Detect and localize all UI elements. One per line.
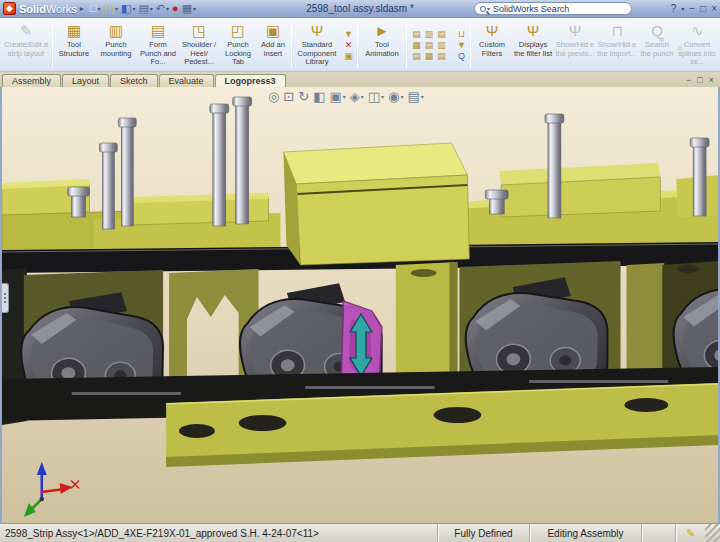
- undo-button[interactable]: ↶▾: [156, 3, 169, 14]
- help-chevron-icon[interactable]: ▾: [681, 5, 684, 12]
- ribbon-button-convert-splines[interactable]: ∿ Convert splines into se...: [676, 19, 718, 71]
- doc-close-button[interactable]: ×: [709, 75, 714, 85]
- solidworks-logo-icon: ◆: [3, 2, 16, 15]
- pilot-punch-icon[interactable]: ▼: [454, 40, 469, 50]
- tab-logopress3[interactable]: Logopress3: [215, 74, 286, 88]
- tab-evaluate[interactable]: Evaluate: [159, 74, 214, 87]
- punch-grid-row[interactable]: ▤▥▤: [408, 29, 454, 39]
- ribbon-button-custom-filters[interactable]: Ψ Custom Filters: [472, 19, 512, 71]
- die-tools-column: ⊔ ▼ Q: [454, 19, 469, 71]
- chevron-down-icon[interactable]: ▾: [166, 5, 169, 12]
- chevron-down-icon[interactable]: ▾: [400, 93, 403, 100]
- chevron-down-icon[interactable]: ▾: [343, 93, 346, 100]
- ribbon-button-add-insert[interactable]: ▣ Add an insert: [256, 19, 290, 71]
- search-input[interactable]: [493, 4, 626, 14]
- tab-layout[interactable]: Layout: [62, 74, 109, 87]
- ribbon-button-punch-locking-tab[interactable]: ◰ Punch Locking Tab: [220, 19, 256, 71]
- ribbon-separator: [291, 22, 292, 68]
- menu-expand-icon[interactable]: ▸: [80, 4, 84, 13]
- die-button-icon[interactable]: ⊔: [454, 29, 469, 39]
- punch-grid-row[interactable]: ▦▤▥: [408, 40, 454, 50]
- ribbon-button-tool-animation[interactable]: ► Tool Animation: [359, 19, 405, 71]
- minimize-button[interactable]: −: [689, 3, 695, 14]
- chevron-down-icon[interactable]: ▾: [98, 5, 101, 12]
- display-style-button[interactable]: ◈▾: [350, 89, 364, 104]
- edit-assembly-icon[interactable]: ✎: [675, 524, 705, 542]
- ribbon-separator: [52, 22, 53, 68]
- ribbon-button-search-punch[interactable]: Q Search the punch: [638, 19, 676, 71]
- mini-insert-icon[interactable]: ▼: [341, 29, 356, 39]
- document-window-controls: − □ ×: [686, 75, 718, 87]
- section-view-icon: ◧: [313, 89, 325, 104]
- restore-button[interactable]: □: [700, 3, 706, 14]
- punch-mounting-icon: ▥: [109, 21, 123, 41]
- open-button[interactable]: ◳▾: [104, 3, 118, 14]
- chevron-down-icon[interactable]: ▾: [361, 93, 364, 100]
- solidworks-window: ◆ SolidWorks ▸ □▾ ◳▾ ◧▾ ▤▾ ↶▾ ● ▦▾ 2598_…: [0, 0, 720, 542]
- ribbon-button-standard-component-library[interactable]: Ψ Standard Component Library: [293, 19, 341, 71]
- print-icon: ▤: [138, 3, 148, 14]
- close-button[interactable]: ×: [711, 3, 717, 14]
- rebuild-button[interactable]: ●: [172, 3, 179, 14]
- zoom-to-fit-button[interactable]: ◎: [268, 89, 279, 104]
- chevron-down-icon[interactable]: ▾: [115, 5, 118, 12]
- convert-splines-icon: ∿: [691, 21, 704, 41]
- 3d-viewport[interactable]: ◎ ⊡ ↻ ◧ ▣▾ ◈▾ ◫▾ ◉▾ ▤▾: [0, 87, 720, 523]
- hide-show-items-button[interactable]: ◫▾: [368, 89, 384, 104]
- chevron-down-icon[interactable]: ▾: [132, 5, 135, 12]
- ribbon-button-punch-mounting[interactable]: ▥ Punch mounting: [94, 19, 138, 71]
- apply-scene-button[interactable]: ▤▾: [407, 89, 423, 104]
- ribbon-button-show-hide-imported[interactable]: ⊓ Show/Hid e the import...: [596, 19, 638, 71]
- print-button[interactable]: ▤▾: [138, 3, 152, 14]
- find-component-icon[interactable]: Q: [454, 51, 469, 61]
- save-icon: ◧: [121, 3, 131, 14]
- zoom-to-area-icon: ⊡: [283, 89, 294, 104]
- doc-restore-button[interactable]: □: [697, 75, 702, 85]
- status-spacer: [641, 524, 675, 542]
- mini-delete-icon[interactable]: ✕: [341, 40, 356, 50]
- heads-up-view-toolbar: ◎ ⊡ ↻ ◧ ▣▾ ◈▾ ◫▾ ◉▾ ▤▾: [268, 89, 424, 104]
- chevron-down-icon[interactable]: ▾: [421, 93, 424, 100]
- status-constraint-state: Fully Defined: [437, 524, 529, 542]
- new-button[interactable]: □▾: [90, 3, 101, 14]
- zoom-to-area-button[interactable]: ⊡: [283, 89, 294, 104]
- search-box[interactable]: ▾: [474, 2, 632, 15]
- show-hide-imported-icon: ⊓: [611, 21, 623, 41]
- rebuild-icon: ●: [172, 3, 179, 14]
- punch-grid-row[interactable]: ▤▦▤: [408, 51, 454, 61]
- resize-grip[interactable]: [705, 524, 720, 542]
- feature-manager-splitter-handle[interactable]: [2, 283, 9, 313]
- previous-view-icon: ↻: [298, 89, 309, 104]
- ribbon-button-show-hide-previous[interactable]: Ψ Show/Hid e the previo...: [554, 19, 596, 71]
- strip-layout-icon: ✎: [20, 21, 33, 41]
- custom-filters-icon: Ψ: [486, 21, 499, 41]
- status-edit-mode: Editing Assembly: [529, 524, 641, 542]
- ribbon-button-displays-filter-list[interactable]: Ψ Displays the filter list: [512, 19, 554, 71]
- section-view-button[interactable]: ◧: [313, 89, 325, 104]
- ribbon-separator: [406, 22, 407, 68]
- hide-show-items-icon: ◫: [368, 89, 380, 104]
- component-library-icon: Ψ: [311, 21, 324, 41]
- ribbon-button-shoulder-heel[interactable]: ◳ Shoulder / Heel/ Pedest...: [178, 19, 220, 71]
- add-insert-icon: ▣: [266, 21, 280, 41]
- previous-view-button[interactable]: ↻: [298, 89, 309, 104]
- chevron-down-icon[interactable]: ▾: [381, 93, 384, 100]
- save-button[interactable]: ◧▾: [121, 3, 135, 14]
- edit-appearance-button[interactable]: ◉▾: [388, 89, 403, 104]
- apply-scene-icon: ▤: [407, 89, 419, 104]
- mini-box-icon[interactable]: ▣: [341, 51, 356, 61]
- tab-sketch[interactable]: Sketch: [110, 74, 158, 87]
- options-button[interactable]: ▦▾: [182, 3, 196, 14]
- search-punch-icon: Q: [651, 21, 663, 41]
- chevron-down-icon[interactable]: ▾: [150, 5, 153, 12]
- zoom-to-fit-icon: ◎: [268, 89, 279, 104]
- ribbon-button-tool-structure[interactable]: ▦ Tool Structure: [54, 19, 94, 71]
- die-block-box: [283, 143, 469, 265]
- ribbon-button-create-strip-layout[interactable]: ✎ Create/Edit a strip layout: [1, 19, 51, 71]
- help-button[interactable]: ?: [671, 3, 677, 14]
- ribbon-button-form-punch[interactable]: ▤ Form Punch and Fo...: [138, 19, 178, 71]
- tab-assembly[interactable]: Assembly: [2, 74, 61, 87]
- view-orientation-button[interactable]: ▣▾: [329, 89, 345, 104]
- chevron-down-icon[interactable]: ▾: [193, 5, 196, 12]
- doc-minimize-button[interactable]: −: [686, 75, 691, 85]
